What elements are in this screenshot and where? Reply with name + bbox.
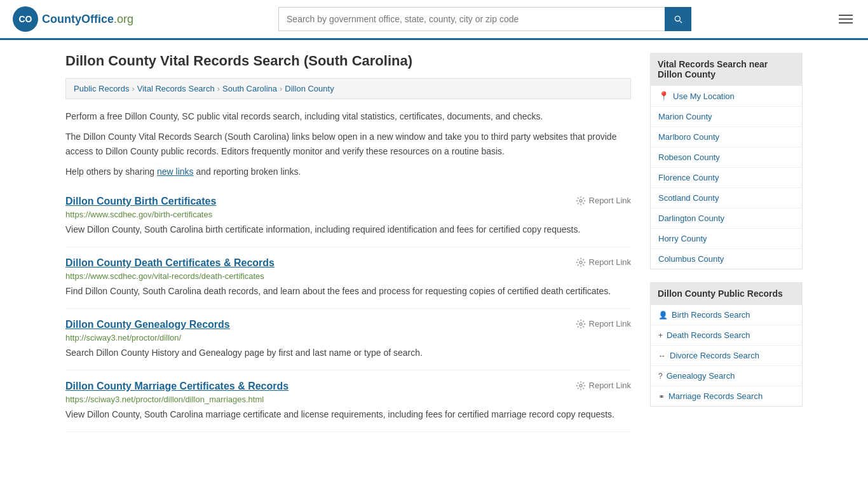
result-desc-1: Find Dillon County, South Carolina death… — [65, 285, 631, 298]
logo-suffix: .org — [114, 13, 133, 25]
nearby-link-2[interactable]: Marlboro County — [658, 132, 719, 142]
nearby-link-0[interactable]: Use My Location — [673, 92, 735, 101]
pr-link-0[interactable]: Birth Records Search — [672, 310, 750, 320]
new-links-link[interactable]: new links — [157, 166, 194, 177]
search-area — [278, 7, 691, 31]
nearby-item-4[interactable]: Florence County — [651, 168, 802, 188]
nearby-link-6[interactable]: Darlington County — [658, 214, 724, 223]
svg-point-3 — [580, 261, 582, 264]
result-title-1[interactable]: Dillon County Death Certificates & Recor… — [65, 257, 275, 269]
nearby-item-0[interactable]: 📍Use My Location — [651, 86, 802, 107]
result-header-0: Dillon County Birth Certificates Report … — [65, 196, 631, 207]
description-3: Help others by sharing new links and rep… — [65, 165, 631, 179]
page-title: Dillon County Vital Records Search (Sout… — [65, 53, 631, 69]
result-item-1: Dillon County Death Certificates & Recor… — [65, 247, 631, 309]
desc-3-suffix: and reporting broken links. — [194, 166, 301, 177]
nearby-item-3[interactable]: Robeson County — [651, 147, 802, 168]
nearby-link-3[interactable]: Robeson County — [658, 152, 720, 162]
result-item-0: Dillon County Birth Certificates Report … — [65, 186, 631, 247]
result-desc-3: View Dillon County, South Carolina marri… — [65, 408, 631, 421]
pr-link-4[interactable]: Marriage Records Search — [668, 391, 763, 401]
sidebar-public-records-list: 👤Birth Records Search+Death Records Sear… — [650, 305, 803, 407]
report-label-0: Report Link — [589, 196, 631, 205]
sidebar-public-records-header: Dillon County Public Records — [650, 282, 803, 305]
breadcrumb-sep-2: › — [217, 84, 220, 93]
pr-icon-1: + — [658, 331, 663, 340]
pr-link-3[interactable]: Genealogy Search — [667, 371, 735, 381]
result-title-0[interactable]: Dillon County Birth Certificates — [65, 196, 216, 207]
public-records-item-3[interactable]: ?Genealogy Search — [651, 366, 802, 386]
result-url-3: https://sciway3.net/proctor/dillon/dillo… — [65, 395, 631, 404]
report-label-1: Report Link — [589, 257, 631, 267]
results-container: Dillon County Birth Certificates Report … — [65, 186, 631, 432]
breadcrumb-dillon-county[interactable]: Dillon County — [285, 84, 334, 93]
svg-text:CO: CO — [19, 14, 32, 24]
public-records-item-2[interactable]: ↔Divorce Records Search — [651, 346, 802, 366]
pr-icon-0: 👤 — [658, 311, 668, 320]
nearby-item-2[interactable]: Marlboro County — [651, 127, 802, 147]
result-header-3: Dillon County Marriage Certificates & Re… — [65, 381, 631, 392]
breadcrumb-public-records[interactable]: Public Records — [74, 84, 129, 93]
menu-line-3 — [839, 22, 853, 24]
report-link-3[interactable]: Report Link — [576, 381, 631, 391]
desc-3-prefix: Help others by sharing — [65, 166, 157, 177]
logo-brand: CountyOffice — [42, 13, 114, 25]
nearby-link-8[interactable]: Columbus County — [658, 254, 724, 264]
svg-point-4 — [580, 323, 582, 325]
nearby-item-1[interactable]: Marion County — [651, 107, 802, 127]
report-label-3: Report Link — [589, 381, 631, 390]
report-link-0[interactable]: Report Link — [576, 196, 631, 206]
nearby-item-5[interactable]: Scotland County — [651, 188, 802, 208]
svg-point-2 — [580, 200, 582, 202]
sidebar-nearby-header: Vital Records Search near Dillon County — [650, 53, 803, 86]
result-url-0: https://www.scdhec.gov/birth-certificate… — [65, 210, 631, 219]
nearby-item-6[interactable]: Darlington County — [651, 208, 802, 229]
sidebar-public-records-section: Dillon County Public Records 👤Birth Reco… — [650, 282, 803, 407]
main-content: Dillon County Vital Records Search (Sout… — [65, 53, 631, 432]
description-2: The Dillon County Vital Records Search (… — [65, 130, 631, 158]
nearby-item-7[interactable]: Horry County — [651, 229, 802, 249]
header: CO CountyOffice.org — [0, 0, 868, 40]
pr-link-1[interactable]: Death Records Search — [667, 330, 750, 340]
nearby-link-1[interactable]: Marion County — [658, 112, 712, 121]
svg-point-5 — [580, 384, 582, 387]
result-header-2: Dillon County Genealogy Records Report L… — [65, 319, 631, 330]
search-input[interactable] — [278, 7, 665, 31]
breadcrumb: Public Records › Vital Records Search › … — [65, 78, 631, 99]
sidebar-public-records-title: Dillon County Public Records — [658, 288, 783, 299]
result-item-2: Dillon County Genealogy Records Report L… — [65, 309, 631, 370]
result-title-3[interactable]: Dillon County Marriage Certificates & Re… — [65, 381, 288, 392]
nearby-link-4[interactable]: Florence County — [658, 173, 719, 182]
report-label-2: Report Link — [589, 319, 631, 329]
public-records-item-4[interactable]: ⚭Marriage Records Search — [651, 386, 802, 406]
logo-icon: CO — [13, 6, 38, 32]
menu-button[interactable] — [836, 12, 855, 26]
menu-line-1 — [839, 15, 853, 16]
pr-link-2[interactable]: Divorce Records Search — [670, 351, 759, 360]
pr-icon-2: ↔ — [658, 351, 666, 360]
result-item-3: Dillon County Marriage Certificates & Re… — [65, 370, 631, 432]
public-records-item-0[interactable]: 👤Birth Records Search — [651, 305, 802, 325]
pr-icon-4: ⚭ — [658, 392, 665, 401]
report-link-1[interactable]: Report Link — [576, 257, 631, 268]
breadcrumb-vital-records[interactable]: Vital Records Search — [137, 84, 215, 93]
result-url-2: http://sciway3.net/proctor/dillon/ — [65, 333, 631, 342]
logo-text: CountyOffice.org — [42, 13, 133, 26]
result-desc-2: Search Dillon County History and Genealo… — [65, 346, 631, 360]
result-title-2[interactable]: Dillon County Genealogy Records — [65, 319, 230, 330]
sidebar-nearby-list: 📍Use My LocationMarion CountyMarlboro Co… — [650, 86, 803, 269]
report-link-2[interactable]: Report Link — [576, 319, 631, 329]
search-button[interactable] — [665, 7, 691, 31]
sidebar-nearby-section: Vital Records Search near Dillon County … — [650, 53, 803, 269]
nearby-link-7[interactable]: Horry County — [658, 234, 707, 243]
sidebar-nearby-title: Vital Records Search near Dillon County — [658, 59, 768, 79]
nearby-link-5[interactable]: Scotland County — [658, 193, 719, 203]
breadcrumb-south-carolina[interactable]: South Carolina — [222, 84, 277, 93]
description-1: Perform a free Dillon County, SC public … — [65, 109, 631, 123]
main-container: Dillon County Vital Records Search (Sout… — [53, 40, 815, 445]
breadcrumb-sep-3: › — [280, 84, 282, 93]
public-records-item-1[interactable]: +Death Records Search — [651, 325, 802, 346]
breadcrumb-sep-1: › — [132, 84, 134, 93]
result-url-1: https://www.scdhec.gov/vital-records/dea… — [65, 271, 631, 281]
nearby-item-8[interactable]: Columbus County — [651, 249, 802, 269]
